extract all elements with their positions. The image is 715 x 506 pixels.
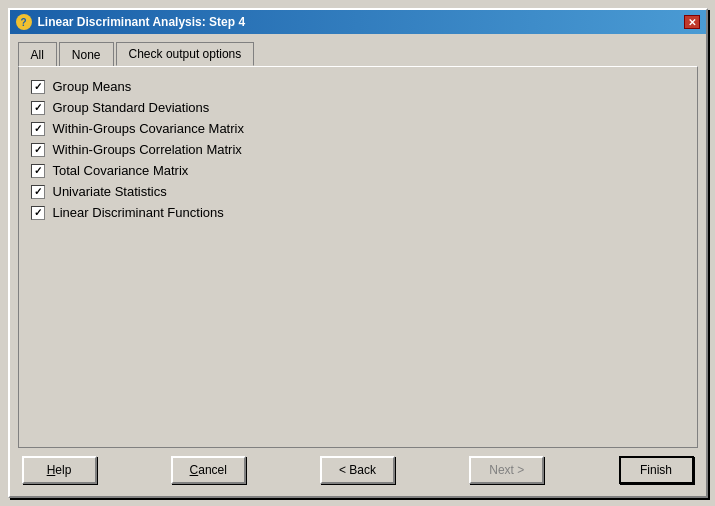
checkbox-within-corr[interactable] [31,143,45,157]
help-button[interactable]: Help [22,456,97,484]
help-icon: ? [16,14,32,30]
title-bar: ? Linear Discriminant Analysis: Step 4 ✕ [10,10,706,34]
window-title: Linear Discriminant Analysis: Step 4 [38,15,246,29]
main-window: ? Linear Discriminant Analysis: Step 4 ✕… [8,8,708,498]
checkbox-item-group-std-dev[interactable]: Group Standard Deviations [31,100,685,115]
next-button[interactable]: Next > [469,456,544,484]
all-button[interactable]: All [18,42,57,66]
checkbox-item-linear-disc[interactable]: Linear Discriminant Functions [31,205,685,220]
checkbox-label-within-cov: Within-Groups Covariance Matrix [53,121,244,136]
checkbox-item-group-means[interactable]: Group Means [31,79,685,94]
title-bar-left: ? Linear Discriminant Analysis: Step 4 [16,14,246,30]
checkbox-within-cov[interactable] [31,122,45,136]
button-row: Help Cancel < Back Next > Finish [18,448,698,488]
checkbox-label-total-cov: Total Covariance Matrix [53,163,189,178]
checkbox-linear-disc[interactable] [31,206,45,220]
checkbox-label-linear-disc: Linear Discriminant Functions [53,205,224,220]
checkbox-list: Group Means Group Standard Deviations Wi… [31,79,685,220]
back-button[interactable]: < Back [320,456,395,484]
none-button[interactable]: None [59,42,114,66]
finish-button[interactable]: Finish [619,456,694,484]
checkbox-univariate[interactable] [31,185,45,199]
options-panel: Group Means Group Standard Deviations Wi… [18,66,698,448]
checkbox-group-std-dev[interactable] [31,101,45,115]
checkbox-group-means[interactable] [31,80,45,94]
checkbox-label-group-std-dev: Group Standard Deviations [53,100,210,115]
checkbox-total-cov[interactable] [31,164,45,178]
checkbox-label-within-corr: Within-Groups Correlation Matrix [53,142,242,157]
checkbox-label-group-means: Group Means [53,79,132,94]
cancel-button[interactable]: Cancel [171,456,246,484]
checkbox-item-within-corr[interactable]: Within-Groups Correlation Matrix [31,142,685,157]
close-button[interactable]: ✕ [684,15,700,29]
checkbox-item-within-cov[interactable]: Within-Groups Covariance Matrix [31,121,685,136]
checkbox-item-total-cov[interactable]: Total Covariance Matrix [31,163,685,178]
checkbox-label-univariate: Univariate Statistics [53,184,167,199]
active-tab: Check output options [116,42,255,66]
tab-row: All None Check output options [18,42,698,66]
content-area: All None Check output options Group Mean… [10,34,706,496]
checkbox-item-univariate[interactable]: Univariate Statistics [31,184,685,199]
